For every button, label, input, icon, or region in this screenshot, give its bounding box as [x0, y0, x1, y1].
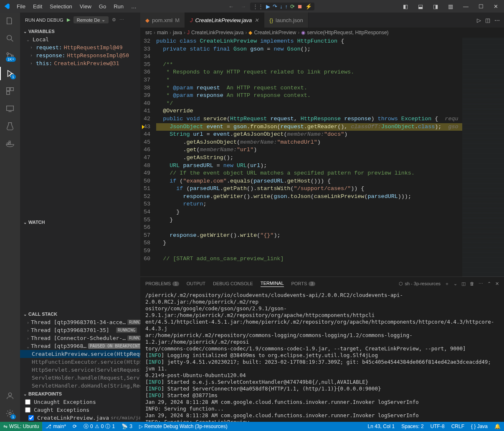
section-breakpoints[interactable]: ⌄BREAKPOINTS [20, 390, 140, 398]
section-variables[interactable]: ⌄VARIABLES [20, 27, 140, 35]
menu-run[interactable]: Run [110, 2, 127, 11]
variable-item[interactable]: ›request: HttpRequestImpl@49 [20, 43, 140, 51]
thread-item[interactable]: ›Thread [qtp399683701-35]RUNNING [20, 326, 140, 334]
stack-frame[interactable]: CreateLinkPreview.service(HttpReques [20, 350, 140, 358]
sidebar-more-icon[interactable]: ⋯ [119, 17, 124, 23]
section-callstack[interactable]: ⌄CALL STACK [20, 310, 140, 318]
debug-step-into-icon[interactable]: ↓ [280, 3, 283, 10]
menu-more[interactable]: … [128, 2, 140, 11]
menu-file[interactable]: File [13, 2, 29, 11]
docker-icon[interactable] [5, 139, 15, 149]
debug-config-dropdown[interactable]: Remote De ⌄ [73, 16, 109, 23]
status-eol[interactable]: CRLF [448, 423, 468, 429]
debug-drag-icon[interactable]: ⋮⋮ [253, 3, 263, 10]
breakpoint-item[interactable]: Uncaught Exceptions [20, 398, 140, 406]
status-language[interactable]: { } Java [468, 423, 491, 429]
extensions-icon[interactable] [5, 86, 15, 96]
run-debug-icon[interactable]: 1 [5, 68, 15, 79]
code-content[interactable]: public class CreateLinkPreview implement… [156, 38, 462, 276]
editor-area: ◆pom.xmlM JCreateLinkPreview.java✕ {}lau… [140, 13, 504, 422]
breakpoint-checkbox[interactable] [28, 415, 34, 421]
status-debug[interactable]: ▷Remote Debug Watch (3p-resources) [136, 423, 231, 429]
remote-explorer-icon[interactable] [5, 104, 15, 114]
status-spaces[interactable]: Spaces: 2 [398, 423, 427, 429]
menu-go[interactable]: Go [96, 2, 109, 11]
terminal-output[interactable]: /pierrick/.m2/repository/io/cloudevents/… [140, 290, 504, 422]
breadcrumb[interactable]: src› main› java› JCreateLinkPreview.java… [140, 28, 504, 38]
variable-item[interactable]: ›response: HttpResponseImpl@50 [20, 51, 140, 59]
menu-view[interactable]: View [76, 2, 95, 11]
status-notifications-icon[interactable]: 🔔 [491, 423, 504, 429]
thread-item[interactable]: ›Thread [Connector-Scheduler-…RUNNING [20, 334, 140, 342]
breakpoint-checkbox[interactable] [25, 399, 30, 405]
debug-hotcode-icon[interactable]: ⚡ [305, 3, 312, 10]
minimize-icon[interactable]: — [461, 2, 471, 11]
panel-more-icon[interactable]: ⋯ [479, 281, 483, 286]
remote-indicator[interactable]: ⇋WSL: Ubuntu [0, 422, 42, 431]
source-control-icon[interactable]: 1K+ [5, 51, 15, 61]
accounts-icon[interactable] [5, 391, 15, 401]
debug-continue-icon[interactable]: ▶ [266, 3, 270, 10]
thread-item[interactable]: ⌄Thread [qtp39968…PAUSED ON BREAKPOINT [20, 342, 140, 350]
run-icon[interactable]: ▷ [477, 17, 481, 23]
minimap[interactable] [462, 38, 504, 276]
kill-terminal-icon[interactable]: 🗑 [470, 281, 474, 286]
status-position[interactable]: Ln 43, Col 1 [365, 423, 398, 429]
debug-step-out-icon[interactable]: ↑ [285, 3, 288, 10]
maximize-icon[interactable]: ☐ [476, 2, 486, 11]
breakpoint-checkbox[interactable] [25, 407, 30, 413]
start-debug-icon[interactable]: ▶ [67, 17, 70, 23]
menu-selection[interactable]: Selection [46, 2, 75, 11]
panel-tab-problems[interactable]: PROBLEMS1 [145, 281, 179, 286]
new-terminal-icon[interactable]: ＋ [445, 281, 449, 287]
tab-launch[interactable]: {}launch.json [264, 13, 308, 28]
nav-back-icon[interactable]: ← [226, 3, 236, 10]
toggle-panel-left-icon[interactable]: ◧ [400, 2, 410, 11]
breakpoint-item[interactable]: Caught Exceptions [20, 406, 140, 414]
panel-tab-ports[interactable]: PORTS3 [291, 281, 315, 286]
menu-edit[interactable]: Edit [30, 2, 46, 11]
status-encoding[interactable]: UTF-8 [427, 423, 448, 429]
editor-more-icon[interactable]: ⋯ [494, 17, 500, 23]
split-terminal-icon[interactable]: ◫ [461, 281, 466, 286]
settings-gear-icon[interactable]: 1 [5, 408, 15, 418]
debug-step-over-icon[interactable]: ↷ [273, 3, 277, 10]
toggle-panel-right-icon[interactable]: ◨ [431, 2, 441, 11]
search-icon[interactable] [5, 33, 15, 43]
debug-settings-icon[interactable]: ⚙ [112, 17, 116, 23]
tab-createlinkpreview[interactable]: JCreateLinkPreview.java✕ [185, 13, 264, 28]
variable-scope[interactable]: ⌄Local [20, 35, 140, 43]
tab-pom[interactable]: ◆pom.xmlM [140, 13, 185, 28]
terminal-profile[interactable]: ⬡sh - 3p-resources [399, 281, 441, 286]
close-icon[interactable]: ✕ [491, 2, 501, 11]
close-panel-icon[interactable]: ✕ [495, 281, 499, 286]
status-problems[interactable]: ⓧ0 ⚠0 ⓘ1 [80, 423, 118, 430]
nav-forward-icon[interactable]: → [238, 3, 248, 10]
variable-item[interactable]: ›this: CreateLinkPreview@31 [20, 59, 140, 67]
section-watch[interactable]: ⌄WATCH [20, 218, 140, 226]
split-editor-icon[interactable]: ◫ [485, 17, 490, 23]
status-ports[interactable]: 📡3 [118, 423, 136, 429]
thread-item[interactable]: ›Thread [qtp399683701-34-acce…RUNNING [20, 318, 140, 326]
customize-layout-icon[interactable]: ▥ [446, 2, 456, 11]
maximize-panel-icon[interactable]: ⌃ [487, 281, 491, 286]
breakpoint-item[interactable]: CreateLinkPreview.java src/main/java43 [20, 414, 140, 422]
status-branch[interactable]: ⎇main* [42, 423, 69, 429]
stack-frame[interactable]: ServletHandler.doHandle(String,Reque [20, 382, 140, 390]
close-icon[interactable]: ✕ [254, 17, 259, 23]
debug-restart-icon[interactable]: ⟳ [290, 3, 295, 10]
terminal-dropdown-icon[interactable]: ⌄ [453, 281, 457, 286]
debug-stop-icon[interactable]: ⏹ [297, 3, 303, 10]
status-sync[interactable]: ⟳ [69, 423, 80, 429]
stack-frame[interactable]: HttpFunctionExecutor.service(HttpSer [20, 358, 140, 366]
explorer-icon[interactable] [5, 16, 15, 26]
testing-icon[interactable] [5, 121, 15, 131]
editor-body[interactable]: 3233343536373839404142434445464748495051… [140, 38, 462, 276]
stack-frame[interactable]: ServletHolder.handle(Request,Servlet [20, 374, 140, 382]
panel-tab-output[interactable]: OUTPUT [187, 281, 205, 286]
line-gutter[interactable]: 3233343536373839404142434445464748495051… [140, 38, 156, 276]
panel-tab-debugconsole[interactable]: DEBUG CONSOLE [213, 281, 253, 286]
panel-tab-terminal[interactable]: TERMINAL [261, 281, 284, 287]
toggle-panel-bottom-icon[interactable]: ⬓ [415, 2, 425, 11]
stack-frame[interactable]: HttpServlet.service(ServletRequest,S [20, 366, 140, 374]
